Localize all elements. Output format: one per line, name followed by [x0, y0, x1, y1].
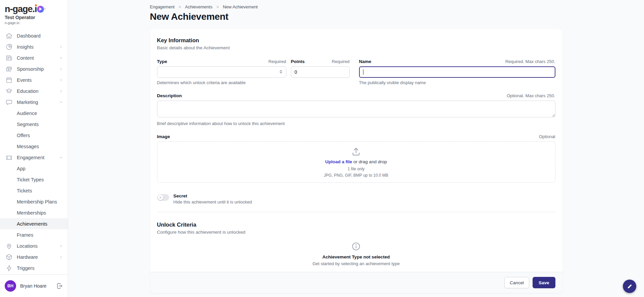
logo-i: ı	[35, 4, 37, 14]
sidebar-item-label: Content	[17, 55, 59, 61]
sidebar-item-segments[interactable]: Segments	[0, 119, 68, 130]
sidebar-item-dashboard[interactable]: Dashboard	[0, 30, 68, 41]
chevron-right-icon	[59, 56, 63, 60]
image-requirement: Optional	[539, 134, 555, 139]
upload-file-count: 1 file only	[348, 167, 365, 171]
sidebar-item-label: Education	[17, 88, 59, 94]
sidebar-item-events[interactable]: Events	[0, 74, 68, 85]
sidebar-item-ticket-types[interactable]: Ticket Types	[0, 174, 68, 185]
sidebar-item-offers[interactable]: Offers	[0, 130, 68, 141]
image-dropzone[interactable]: Upload a file or drag and drop 1 file on…	[157, 141, 555, 183]
edit-fab[interactable]	[623, 280, 636, 293]
sidebar-item-label: Frames	[17, 232, 63, 238]
brand-block: n-gage.ı® Test Operator n-gage.io	[0, 0, 68, 27]
sidebar-item-education[interactable]: Education	[0, 85, 68, 97]
logo-play-icon	[37, 6, 44, 13]
sidebar-item-frames[interactable]: Frames	[0, 229, 68, 240]
sidebar-item-memberships[interactable]: Memberships	[0, 207, 68, 218]
operator-name: Test Operator	[5, 15, 63, 20]
sidebar-item-insights[interactable]: Insights	[0, 41, 68, 52]
sidebar-item-app[interactable]: App	[0, 163, 68, 174]
save-button[interactable]: Save	[533, 277, 555, 288]
sidebar-item-label: Events	[17, 77, 59, 83]
sidebar-item-content[interactable]: Content	[0, 52, 68, 63]
sponsorship-icon	[5, 65, 13, 73]
breadcrumb-separator-icon: >	[179, 5, 181, 9]
avatar: BH	[5, 280, 16, 292]
sidebar-item-label: Messages	[17, 144, 63, 149]
sidebar-item-audience[interactable]: Audience	[0, 108, 68, 119]
toggle-off-x-icon: ✕	[158, 195, 163, 200]
text-caret	[363, 69, 363, 75]
cancel-button[interactable]: Cancel	[504, 277, 529, 288]
unlock-criteria-title: Unlock Criteria	[157, 222, 555, 228]
sidebar-item-label: App	[17, 166, 63, 171]
name-label: Name	[359, 59, 371, 64]
form-card: Key Information Basic details about the …	[150, 29, 562, 293]
points-requirement: Required	[332, 59, 350, 64]
sidebar-nav: DashboardInsightsContentSponsorshipEvent…	[0, 30, 68, 274]
triggers-icon	[5, 264, 13, 272]
sidebar-item-label: Membership Plans	[17, 199, 63, 204]
description-textarea[interactable]	[157, 101, 555, 117]
ngage-logo: n-gage.ı®	[5, 4, 63, 14]
sidebar-item-membership-plans[interactable]: Membership Plans	[0, 196, 68, 207]
description-hint: Brief descriptive information about how …	[157, 121, 555, 126]
form-footer: Cancel Save	[150, 272, 562, 293]
breadcrumb-new-achievement[interactable]: New Achievement	[223, 4, 258, 9]
user-row: BH Bryan Hoare	[0, 274, 68, 297]
key-information-title: Key Information	[157, 37, 555, 44]
chevron-right-icon	[59, 244, 63, 248]
sidebar-item-messages[interactable]: Messages	[0, 141, 68, 152]
empty-state-subtitle: Get started by selecting an achievement …	[312, 261, 400, 266]
user-name: Bryan Hoare	[20, 283, 56, 289]
secret-toggle[interactable]: ✕	[157, 194, 169, 201]
sidebar-item-locations[interactable]: Locations	[0, 240, 68, 251]
sidebar-item-label: Marketing	[17, 100, 59, 105]
insights-icon	[5, 43, 13, 51]
sidebar-item-triggers[interactable]: Triggers	[0, 262, 68, 274]
sidebar-item-label: Sponsorship	[17, 66, 59, 72]
sidebar-item-label: Audience	[17, 111, 63, 116]
points-input[interactable]	[291, 66, 350, 78]
chevron-right-icon	[59, 89, 63, 93]
sidebar-item-label: Offers	[17, 133, 63, 138]
sidebar-item-engagement[interactable]: Engagement	[0, 152, 68, 163]
name-hint: The publically visible display name	[359, 80, 555, 85]
sidebar-item-hardware[interactable]: Hardware	[0, 251, 68, 262]
type-select[interactable]	[157, 66, 286, 78]
type-label: Type	[157, 59, 167, 64]
chevron-right-icon	[59, 45, 63, 49]
sidebar-item-sponsorship[interactable]: Sponsorship	[0, 63, 68, 74]
upload-file-link[interactable]: Upload a file	[325, 159, 352, 164]
sidebar-item-label: Segments	[17, 122, 63, 127]
unlock-criteria-empty-state: Achievement Type not selected Get starte…	[157, 241, 555, 266]
type-requirement: Required	[268, 59, 286, 64]
sidebar-item-tickets[interactable]: Tickets	[0, 185, 68, 196]
sidebar: n-gage.ı® Test Operator n-gage.io Dashbo…	[0, 0, 68, 297]
sidebar-item-label: Memberships	[17, 210, 63, 216]
logout-icon[interactable]	[56, 283, 63, 289]
operator-subtitle: n-gage.io	[5, 21, 63, 25]
upload-rest-text: or drag and drop	[352, 159, 387, 164]
secret-hint: Hide this achievement until it is unlock…	[174, 199, 252, 204]
name-input[interactable]	[359, 66, 555, 78]
sidebar-item-achievements[interactable]: Achievements	[0, 218, 68, 229]
breadcrumb-engagement[interactable]: Engagement	[150, 4, 175, 9]
logo-text: n-gage.	[5, 4, 35, 14]
chevron-right-icon	[59, 78, 63, 82]
sidebar-item-label: Dashboard	[17, 33, 63, 39]
key-information-subtitle: Basic details about the Achievement	[157, 45, 555, 50]
secret-label: Secret	[174, 193, 252, 198]
sidebar-item-marketing[interactable]: Marketing	[0, 97, 68, 108]
events-icon	[5, 76, 13, 84]
chevron-down-icon	[59, 100, 63, 104]
education-icon	[5, 87, 13, 95]
description-label: Description	[157, 93, 182, 98]
pencil-icon	[627, 283, 633, 289]
breadcrumb-achievements[interactable]: Achievements	[185, 4, 212, 9]
description-requirement: Optional. Max chars 250.	[507, 93, 555, 98]
hardware-icon	[5, 253, 13, 261]
breadcrumb: Engagement > Achievements > New Achievem…	[150, 4, 562, 9]
info-circle-icon	[351, 241, 361, 251]
